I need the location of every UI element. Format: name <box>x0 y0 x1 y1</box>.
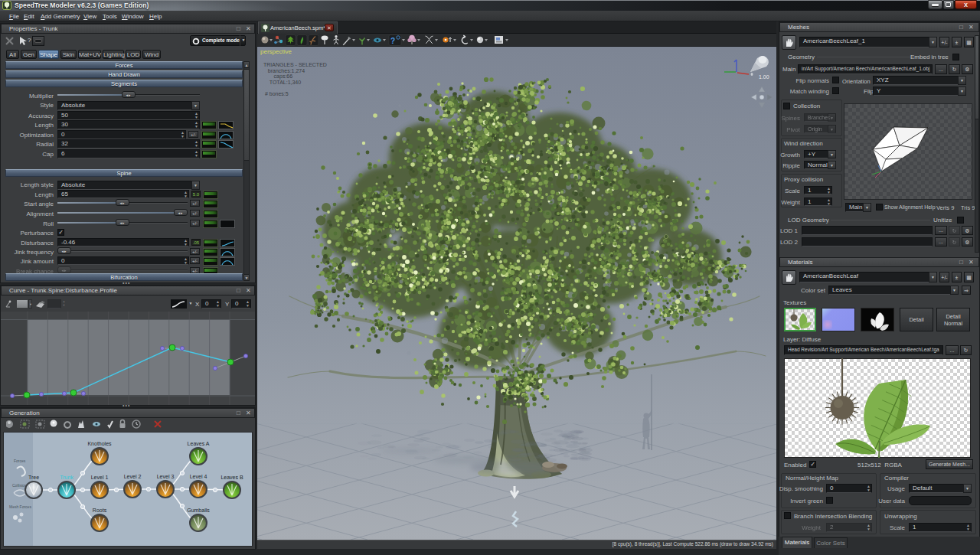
svg-text:?: ? <box>390 37 395 45</box>
svg-text:Tree: Tree <box>28 475 39 480</box>
svg-text:?: ? <box>28 37 31 44</box>
svg-text:Leaves A: Leaves A <box>188 441 210 446</box>
svg-text:Level 2: Level 2 <box>124 474 142 479</box>
svg-text:Trunk: Trunk <box>60 475 74 480</box>
svg-text:Mesh Forces: Mesh Forces <box>9 504 31 509</box>
svg-text:Level 1: Level 1 <box>91 475 109 480</box>
svg-text:Forces: Forces <box>14 459 26 463</box>
svg-text:Roots: Roots <box>93 508 107 513</box>
svg-text:Level 3: Level 3 <box>157 474 175 479</box>
svg-text:Level 4: Level 4 <box>190 474 207 479</box>
svg-text:Leaves B: Leaves B <box>220 475 243 480</box>
svg-text:Collision: Collision <box>12 483 27 488</box>
svg-text:Knotholes: Knotholes <box>87 441 112 446</box>
svg-text:Gumballs: Gumballs <box>187 508 210 513</box>
